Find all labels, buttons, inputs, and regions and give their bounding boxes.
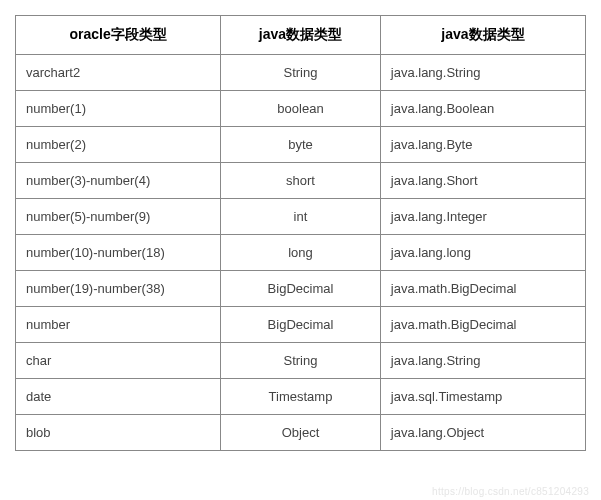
cell-java-class: java.lang.Object: [380, 415, 585, 451]
header-java-type-2: java数据类型: [380, 16, 585, 55]
cell-java-primitive: int: [221, 199, 381, 235]
cell-oracle-type: number(3)-number(4): [16, 163, 221, 199]
table-header: oracle字段类型 java数据类型 java数据类型: [16, 16, 586, 55]
table-row: numberBigDecimaljava.math.BigDecimal: [16, 307, 586, 343]
cell-oracle-type: number(19)-number(38): [16, 271, 221, 307]
cell-java-primitive: Object: [221, 415, 381, 451]
cell-oracle-type: number(2): [16, 127, 221, 163]
cell-java-class: java.lang.Byte: [380, 127, 585, 163]
cell-java-class: java.math.BigDecimal: [380, 271, 585, 307]
cell-java-class: java.lang.Integer: [380, 199, 585, 235]
cell-java-class: java.sql.Timestamp: [380, 379, 585, 415]
cell-java-primitive: long: [221, 235, 381, 271]
table-row: charStringjava.lang.String: [16, 343, 586, 379]
cell-oracle-type: char: [16, 343, 221, 379]
cell-java-class: java.math.BigDecimal: [380, 307, 585, 343]
cell-java-primitive: byte: [221, 127, 381, 163]
table-row: number(19)-number(38)BigDecimaljava.math…: [16, 271, 586, 307]
cell-oracle-type: number: [16, 307, 221, 343]
cell-java-primitive: String: [221, 343, 381, 379]
cell-oracle-type: number(5)-number(9): [16, 199, 221, 235]
table-row: number(1)booleanjava.lang.Boolean: [16, 91, 586, 127]
cell-java-primitive: BigDecimal: [221, 307, 381, 343]
cell-java-class: java.lang.long: [380, 235, 585, 271]
table-row: number(5)-number(9)intjava.lang.Integer: [16, 199, 586, 235]
cell-java-primitive: BigDecimal: [221, 271, 381, 307]
header-oracle-type: oracle字段类型: [16, 16, 221, 55]
cell-java-class: java.lang.String: [380, 55, 585, 91]
type-mapping-table: oracle字段类型 java数据类型 java数据类型 varchart2St…: [15, 15, 586, 451]
cell-java-class: java.lang.Short: [380, 163, 585, 199]
table-row: dateTimestampjava.sql.Timestamp: [16, 379, 586, 415]
cell-oracle-type: blob: [16, 415, 221, 451]
cell-java-primitive: boolean: [221, 91, 381, 127]
cell-oracle-type: number(1): [16, 91, 221, 127]
table-row: number(10)-number(18)longjava.lang.long: [16, 235, 586, 271]
header-java-type-1: java数据类型: [221, 16, 381, 55]
cell-oracle-type: number(10)-number(18): [16, 235, 221, 271]
table-row: blobObjectjava.lang.Object: [16, 415, 586, 451]
cell-oracle-type: date: [16, 379, 221, 415]
cell-java-primitive: short: [221, 163, 381, 199]
cell-oracle-type: varchart2: [16, 55, 221, 91]
cell-java-class: java.lang.String: [380, 343, 585, 379]
cell-java-class: java.lang.Boolean: [380, 91, 585, 127]
table-body: varchart2Stringjava.lang.Stringnumber(1)…: [16, 55, 586, 451]
table-row: varchart2Stringjava.lang.String: [16, 55, 586, 91]
table-row: number(3)-number(4)shortjava.lang.Short: [16, 163, 586, 199]
cell-java-primitive: String: [221, 55, 381, 91]
cell-java-primitive: Timestamp: [221, 379, 381, 415]
table-row: number(2)bytejava.lang.Byte: [16, 127, 586, 163]
